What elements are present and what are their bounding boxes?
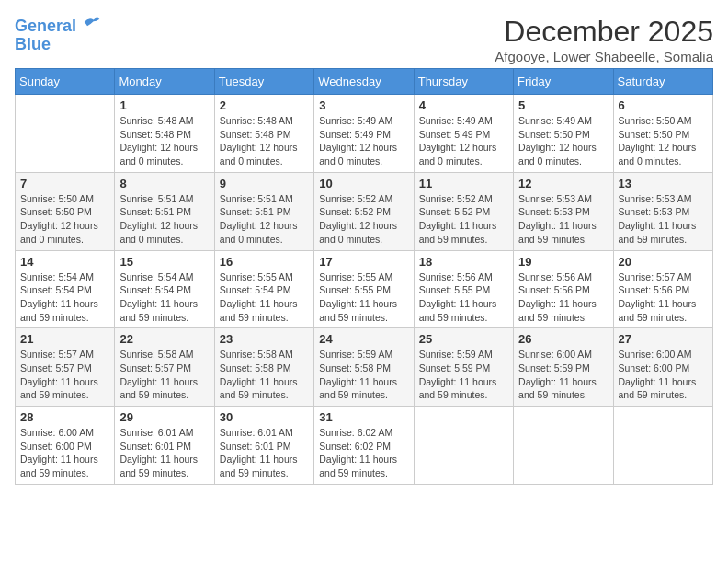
cell-content: Sunrise: 5:57 AM Sunset: 5:57 PM Dayligh… [20, 348, 109, 402]
calendar-cell: 27Sunrise: 6:00 AM Sunset: 6:00 PM Dayli… [613, 328, 712, 407]
day-number: 22 [119, 332, 209, 346]
calendar-cell: 15Sunrise: 5:54 AM Sunset: 5:54 PM Dayli… [115, 250, 214, 328]
day-number: 15 [119, 255, 209, 269]
cell-content: Sunrise: 5:55 AM Sunset: 5:55 PM Dayligh… [319, 270, 408, 325]
calendar-cell [613, 407, 712, 485]
calendar-cell [414, 407, 513, 485]
calendar-cell [514, 407, 613, 485]
cell-content: Sunrise: 5:57 AM Sunset: 5:56 PM Dayligh… [619, 270, 708, 325]
cell-content: Sunrise: 5:59 AM Sunset: 5:59 PM Dayligh… [419, 348, 508, 402]
cell-content: Sunrise: 5:54 AM Sunset: 5:54 PM Dayligh… [20, 270, 109, 325]
day-number: 21 [20, 332, 109, 346]
calendar-cell: 24Sunrise: 5:59 AM Sunset: 5:58 PM Dayli… [314, 328, 414, 407]
day-number: 16 [220, 255, 309, 269]
calendar-cell: 2Sunrise: 5:48 AM Sunset: 5:48 PM Daylig… [214, 95, 313, 173]
cell-content: Sunrise: 5:50 AM Sunset: 5:50 PM Dayligh… [619, 114, 708, 168]
day-number: 3 [319, 98, 408, 112]
title-area: December 2025 Afgooye, Lower Shabeelle, … [495, 15, 713, 64]
cell-content: Sunrise: 5:48 AM Sunset: 5:48 PM Dayligh… [220, 114, 309, 168]
day-number: 1 [119, 98, 209, 112]
calendar-cell: 4Sunrise: 5:49 AM Sunset: 5:49 PM Daylig… [414, 95, 513, 173]
day-header-friday: Friday [514, 69, 613, 95]
calendar-cell: 20Sunrise: 5:57 AM Sunset: 5:56 PM Dayli… [613, 250, 712, 328]
cell-content: Sunrise: 5:53 AM Sunset: 5:53 PM Dayligh… [619, 192, 708, 247]
day-number: 17 [319, 255, 408, 269]
location-title: Afgooye, Lower Shabeelle, Somalia [495, 49, 713, 64]
calendar-cell: 7Sunrise: 5:50 AM Sunset: 5:50 PM Daylig… [16, 172, 115, 250]
day-number: 26 [518, 332, 608, 346]
calendar-table: SundayMondayTuesdayWednesdayThursdayFrid… [15, 68, 713, 485]
calendar-cell: 5Sunrise: 5:49 AM Sunset: 5:50 PM Daylig… [514, 95, 613, 173]
day-header-tuesday: Tuesday [214, 69, 313, 95]
calendar-cell: 11Sunrise: 5:52 AM Sunset: 5:52 PM Dayli… [414, 172, 513, 250]
cell-content: Sunrise: 5:49 AM Sunset: 5:50 PM Dayligh… [518, 114, 608, 168]
day-number: 28 [20, 410, 109, 424]
day-number: 11 [419, 177, 508, 190]
day-number: 29 [119, 410, 209, 424]
calendar-week-5: 28Sunrise: 6:00 AM Sunset: 6:00 PM Dayli… [16, 407, 713, 485]
day-number: 30 [220, 410, 309, 424]
cell-content: Sunrise: 5:49 AM Sunset: 5:49 PM Dayligh… [419, 114, 508, 168]
day-number: 31 [319, 410, 408, 424]
cell-content: Sunrise: 5:56 AM Sunset: 5:55 PM Dayligh… [419, 270, 508, 325]
day-number: 4 [419, 98, 508, 112]
day-number: 5 [518, 98, 608, 112]
day-number: 2 [220, 98, 309, 112]
day-number: 24 [319, 332, 408, 346]
cell-content: Sunrise: 6:01 AM Sunset: 6:01 PM Dayligh… [119, 426, 209, 480]
logo: General Blue [15, 15, 101, 54]
day-number: 20 [619, 255, 708, 269]
calendar-cell: 28Sunrise: 6:00 AM Sunset: 6:00 PM Dayli… [16, 407, 115, 485]
calendar-cell: 30Sunrise: 6:01 AM Sunset: 6:01 PM Dayli… [214, 407, 313, 485]
calendar-cell: 17Sunrise: 5:55 AM Sunset: 5:55 PM Dayli… [314, 250, 414, 328]
calendar-week-1: 1Sunrise: 5:48 AM Sunset: 5:48 PM Daylig… [16, 95, 713, 173]
calendar-cell: 29Sunrise: 6:01 AM Sunset: 6:01 PM Dayli… [115, 407, 214, 485]
calendar-cell: 19Sunrise: 5:56 AM Sunset: 5:56 PM Dayli… [514, 250, 613, 328]
day-header-thursday: Thursday [414, 69, 513, 95]
day-number: 6 [619, 98, 708, 112]
cell-content: Sunrise: 5:48 AM Sunset: 5:48 PM Dayligh… [119, 114, 209, 168]
calendar-cell: 12Sunrise: 5:53 AM Sunset: 5:53 PM Dayli… [514, 172, 613, 250]
calendar-cell: 25Sunrise: 5:59 AM Sunset: 5:59 PM Dayli… [414, 328, 513, 407]
calendar-cell: 23Sunrise: 5:58 AM Sunset: 5:58 PM Dayli… [214, 328, 313, 407]
cell-content: Sunrise: 5:53 AM Sunset: 5:53 PM Dayligh… [518, 192, 608, 247]
day-number: 10 [319, 177, 408, 190]
calendar-cell [16, 95, 115, 173]
cell-content: Sunrise: 5:52 AM Sunset: 5:52 PM Dayligh… [419, 192, 508, 247]
calendar-cell: 18Sunrise: 5:56 AM Sunset: 5:55 PM Dayli… [414, 250, 513, 328]
cell-content: Sunrise: 5:59 AM Sunset: 5:58 PM Dayligh… [319, 348, 408, 402]
calendar-week-3: 14Sunrise: 5:54 AM Sunset: 5:54 PM Dayli… [16, 250, 713, 328]
calendar-cell: 21Sunrise: 5:57 AM Sunset: 5:57 PM Dayli… [16, 328, 115, 407]
day-number: 14 [20, 255, 109, 269]
calendar-cell: 16Sunrise: 5:55 AM Sunset: 5:54 PM Dayli… [214, 250, 313, 328]
cell-content: Sunrise: 5:55 AM Sunset: 5:54 PM Dayligh… [220, 270, 309, 325]
calendar-week-2: 7Sunrise: 5:50 AM Sunset: 5:50 PM Daylig… [16, 172, 713, 250]
calendar-cell: 8Sunrise: 5:51 AM Sunset: 5:51 PM Daylig… [115, 172, 214, 250]
cell-content: Sunrise: 5:58 AM Sunset: 5:57 PM Dayligh… [119, 348, 209, 402]
cell-content: Sunrise: 6:02 AM Sunset: 6:02 PM Dayligh… [319, 426, 408, 480]
day-header-saturday: Saturday [613, 69, 712, 95]
day-number: 19 [518, 255, 608, 269]
day-header-monday: Monday [115, 69, 214, 95]
day-number: 12 [518, 177, 608, 190]
calendar-header-row: SundayMondayTuesdayWednesdayThursdayFrid… [16, 69, 713, 95]
day-header-wednesday: Wednesday [314, 69, 414, 95]
calendar-cell: 10Sunrise: 5:52 AM Sunset: 5:52 PM Dayli… [314, 172, 414, 250]
day-number: 13 [619, 177, 708, 190]
calendar-cell: 26Sunrise: 6:00 AM Sunset: 5:59 PM Dayli… [514, 328, 613, 407]
cell-content: Sunrise: 5:54 AM Sunset: 5:54 PM Dayligh… [119, 270, 209, 325]
cell-content: Sunrise: 6:01 AM Sunset: 6:01 PM Dayligh… [220, 426, 309, 480]
day-number: 7 [20, 177, 109, 190]
cell-content: Sunrise: 5:50 AM Sunset: 5:50 PM Dayligh… [20, 192, 109, 247]
day-number: 9 [220, 177, 309, 190]
logo-part1: General [15, 17, 76, 35]
day-number: 23 [220, 332, 309, 346]
month-title: December 2025 [495, 15, 713, 49]
calendar-cell: 31Sunrise: 6:02 AM Sunset: 6:02 PM Dayli… [314, 407, 414, 485]
logo-text: General Blue [15, 15, 101, 54]
cell-content: Sunrise: 5:51 AM Sunset: 5:51 PM Dayligh… [220, 192, 309, 247]
cell-content: Sunrise: 6:00 AM Sunset: 6:00 PM Dayligh… [20, 426, 109, 480]
cell-content: Sunrise: 5:58 AM Sunset: 5:58 PM Dayligh… [220, 348, 309, 402]
cell-content: Sunrise: 5:56 AM Sunset: 5:56 PM Dayligh… [518, 270, 608, 325]
calendar-cell: 14Sunrise: 5:54 AM Sunset: 5:54 PM Dayli… [16, 250, 115, 328]
